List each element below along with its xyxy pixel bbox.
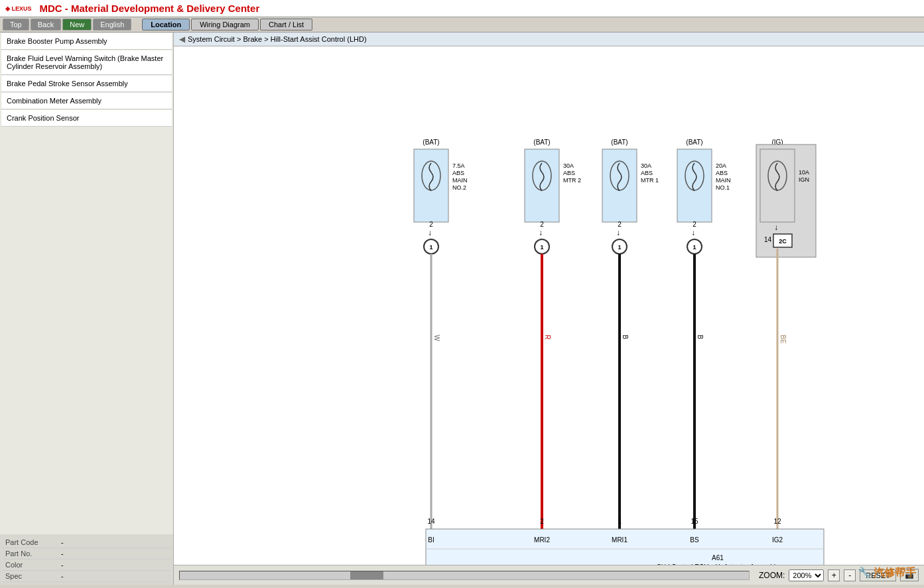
top-button[interactable]: Top bbox=[3, 19, 29, 30]
fuse4-rect bbox=[677, 149, 712, 222]
fuse3-bottom-pin: 1 bbox=[618, 518, 622, 525]
sidebar-properties: Part Code - Part No. - Color - Spec - bbox=[0, 534, 173, 585]
bottom-toolbar: ZOOM: 200% 150% 100% 75% 50% + - RESET 📷 bbox=[174, 565, 924, 585]
sidebar-item-crank-position[interactable]: Crank Position Sensor bbox=[1, 110, 172, 127]
breadcrumb-back-arrow[interactable]: ◀ bbox=[179, 34, 185, 44]
prop-color-value: - bbox=[61, 561, 64, 569]
sidebar: Brake Booster Pump Assembly Brake Fluid … bbox=[0, 32, 174, 585]
sidebar-item-brake-pedal[interactable]: Brake Pedal Stroke Sensor Assembly bbox=[1, 76, 172, 92]
tab-wiring-diagram[interactable]: Wiring Diagram bbox=[191, 19, 259, 30]
ecu-pin-ig2: IG2 bbox=[772, 536, 783, 544]
prop-part-no: Part No. - bbox=[3, 548, 170, 559]
fuse2-name1: ABS bbox=[563, 170, 575, 176]
wiring-svg: (BAT) 7.5A ABS MAIN NO.2 2 ↓ 1 bbox=[174, 46, 903, 565]
tab-location[interactable]: Location bbox=[142, 19, 190, 30]
logo: ◈ LEXUS bbox=[5, 5, 32, 12]
fuse1-connector-label: 1 bbox=[429, 244, 432, 251]
fuse1-name1: ABS bbox=[452, 170, 464, 176]
content: ◀ System Circuit > Brake > Hill-Start As… bbox=[174, 32, 924, 585]
fuse3-power-label: (BAT) bbox=[611, 139, 627, 146]
back-button[interactable]: Back bbox=[31, 19, 61, 30]
fuse1-amps: 7.5A bbox=[452, 162, 465, 169]
prop-spec: Spec - bbox=[3, 571, 170, 582]
fuse3-name2: MTR 1 bbox=[641, 177, 659, 184]
horizontal-scrollbar[interactable] bbox=[179, 571, 750, 580]
fuse2-rect bbox=[525, 149, 559, 222]
fuse3-arrow: ↓ bbox=[616, 228, 620, 237]
fuse4-connector-label: 1 bbox=[693, 244, 696, 251]
prop-part-code-label: Part Code bbox=[5, 538, 58, 546]
ecu-pin-bs: BS bbox=[690, 536, 699, 544]
zoom-select[interactable]: 200% 150% 100% 75% 50% bbox=[789, 569, 824, 581]
fuse5-name: IGN bbox=[799, 176, 809, 183]
ecu-pin-bi: BI bbox=[428, 536, 434, 544]
fuse2-name2: MTR 2 bbox=[563, 177, 581, 184]
prop-spec-label: Spec bbox=[5, 572, 58, 580]
zoom-label: ZOOM: bbox=[759, 571, 785, 580]
fuse3-rect bbox=[602, 149, 637, 222]
fuse4-name2: MAIN bbox=[716, 177, 731, 184]
sidebar-item-brake-fluid[interactable]: Brake Fluid Level Warning Switch (Brake … bbox=[1, 50, 172, 75]
fuse3-amps: 30A bbox=[641, 162, 651, 169]
prop-spec-value: - bbox=[61, 572, 64, 580]
prop-part-no-value: - bbox=[61, 550, 64, 558]
fuse4-arrow: ↓ bbox=[691, 228, 695, 237]
zoom-in-button[interactable]: + bbox=[828, 569, 840, 581]
ecu-id: A61 bbox=[712, 554, 724, 561]
fuse4-name3: NO.1 bbox=[716, 184, 730, 191]
fuse5-bottom-pin: 12 bbox=[773, 518, 781, 525]
fuse4-name1: ABS bbox=[716, 170, 728, 176]
fuse1-power-label: (BAT) bbox=[423, 139, 439, 146]
english-button[interactable]: English bbox=[93, 19, 131, 30]
fuse2-pin-num: 2 bbox=[540, 221, 544, 228]
logo-text: ◈ LEXUS bbox=[5, 5, 32, 12]
fuse3-connector-label: 1 bbox=[618, 244, 621, 251]
fuse4-pin-num: 2 bbox=[693, 221, 696, 228]
watermark: 🔧 汽修帮手 bbox=[858, 566, 916, 580]
ecu-box bbox=[426, 529, 824, 565]
zoom-out-button[interactable]: - bbox=[844, 569, 856, 581]
fuse1-rect bbox=[414, 149, 448, 222]
fuse4-wire-label: B bbox=[696, 335, 704, 339]
ecu-description: Skid Control ECU with Actuator Assembly bbox=[657, 563, 779, 565]
tab-chart-list[interactable]: Chart / List bbox=[260, 19, 312, 30]
prop-part-code: Part Code - bbox=[3, 537, 170, 548]
main: Brake Booster Pump Assembly Brake Fluid … bbox=[0, 32, 924, 585]
header: ◈ LEXUS MDC - Material Development & Del… bbox=[0, 0, 924, 17]
prop-color: Color - bbox=[3, 559, 170, 571]
fuse5-pin14: 14 bbox=[764, 236, 772, 243]
sidebar-list: Brake Booster Pump Assembly Brake Fluid … bbox=[0, 32, 173, 534]
fuse2-wire-label: R bbox=[544, 335, 551, 339]
prop-color-label: Color bbox=[5, 561, 58, 569]
fuse5-arrow: ↓ bbox=[774, 223, 778, 232]
fuse2-connector-label: 1 bbox=[540, 244, 543, 251]
fuse3-name1: ABS bbox=[641, 170, 653, 176]
breadcrumb-text: System Circuit > Brake > Hill-Start Assi… bbox=[188, 35, 367, 43]
fuse5-amps: 10A bbox=[799, 169, 809, 176]
fuse3-wire-label: B bbox=[622, 335, 629, 339]
prop-part-code-value: - bbox=[61, 538, 64, 546]
fuse5-rect bbox=[760, 149, 795, 222]
ecu-pin-mri2: MRI2 bbox=[534, 536, 550, 544]
sidebar-item-combination-meter[interactable]: Combination Meter Assembly bbox=[1, 93, 172, 109]
fuse5-2c-label: 2C bbox=[779, 238, 787, 245]
prop-part-no-label: Part No. bbox=[5, 550, 58, 558]
ecu-pin-mri1: MRI1 bbox=[612, 536, 627, 544]
fuse2-amps: 30A bbox=[563, 162, 574, 169]
app-title: MDC - Material Development & Delivery Ce… bbox=[40, 3, 919, 14]
breadcrumb: ◀ System Circuit > Brake > Hill-Start As… bbox=[174, 32, 924, 46]
fuse4-bottom-pin: 15 bbox=[691, 518, 698, 525]
scrollbar-thumb bbox=[350, 571, 383, 579]
fuse1-wire-label: W bbox=[433, 335, 440, 341]
fuse2-arrow: ↓ bbox=[539, 228, 543, 237]
new-button[interactable]: New bbox=[62, 19, 92, 30]
navbar: Top Back New English Location Wiring Dia… bbox=[0, 17, 924, 32]
wiring-diagram[interactable]: (BAT) 7.5A ABS MAIN NO.2 2 ↓ 1 bbox=[174, 46, 924, 565]
fuse1-name3: NO.2 bbox=[452, 184, 466, 191]
fuse3-pin-num: 2 bbox=[618, 221, 622, 228]
fuse1-arrow: ↓ bbox=[428, 228, 432, 237]
fuse2-bottom-pin: 2 bbox=[540, 518, 544, 525]
fuse5-wire-label: BE bbox=[779, 335, 787, 344]
sidebar-item-brake-booster[interactable]: Brake Booster Pump Assembly bbox=[1, 33, 172, 50]
fuse1-bottom-pin: 14 bbox=[427, 518, 435, 525]
